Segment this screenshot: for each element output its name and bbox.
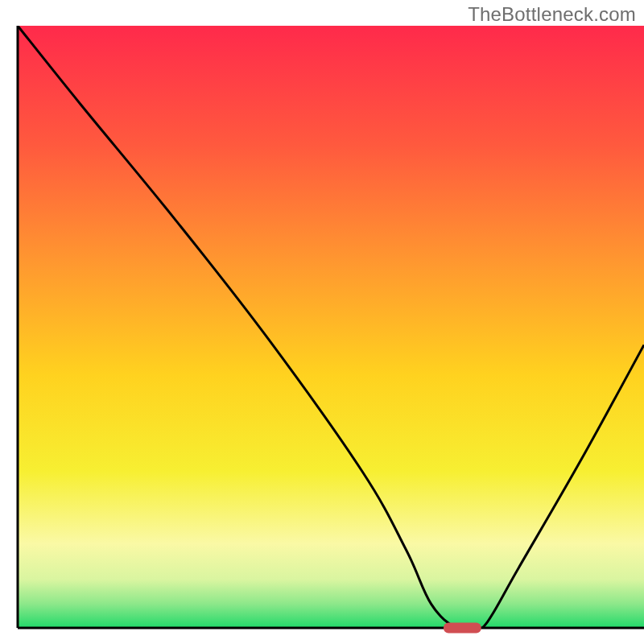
- chart-container: TheBottleneck.com: [0, 0, 644, 644]
- gradient-background: [18, 26, 644, 628]
- optimum-marker: [444, 623, 481, 634]
- bottleneck-chart: [0, 0, 644, 644]
- watermark-text: TheBottleneck.com: [468, 3, 636, 26]
